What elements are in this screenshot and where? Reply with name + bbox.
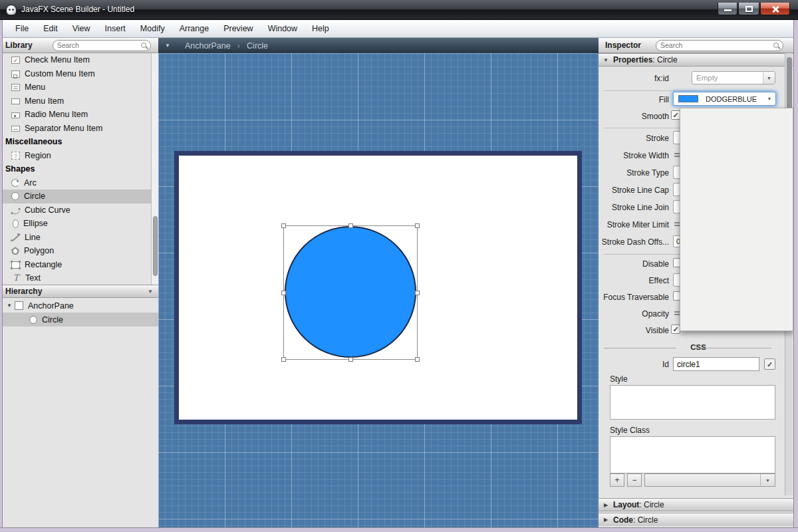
custom-menu-item-icon xyxy=(11,70,20,78)
library-item-cubic-curve[interactable]: Cubic Curve xyxy=(0,203,151,217)
menu-bar: File Edit View Insert Modify Arrange Pre… xyxy=(0,20,798,38)
library-item-menu[interactable]: Menu xyxy=(0,80,151,94)
chevron-down-icon[interactable]: ▼ xyxy=(763,92,775,105)
window-border-bottom xyxy=(0,527,798,532)
fxid-combo[interactable]: Empty ▼ xyxy=(692,71,775,84)
hierarchy-dropdown-icon[interactable]: ▼ xyxy=(148,289,158,295)
breadcrumb-circle[interactable]: Circle xyxy=(240,41,275,51)
minimize-button[interactable] xyxy=(718,3,737,15)
library-section-shapes: Shapes xyxy=(0,162,151,176)
library-item-polygon[interactable]: Polygon xyxy=(0,244,151,258)
maximize-icon xyxy=(745,6,753,12)
library-search-input[interactable] xyxy=(57,41,141,49)
menu-view[interactable]: View xyxy=(65,20,98,37)
hierarchy-title: Hierarchy xyxy=(0,287,148,296)
library-scrollbar-thumb[interactable] xyxy=(153,216,158,276)
library-item-circle[interactable]: Circle xyxy=(0,190,151,203)
add-style-class-button[interactable]: + xyxy=(610,473,624,487)
expand-icon[interactable]: ▶ xyxy=(598,502,613,508)
search-icon xyxy=(141,43,146,48)
hierarchy-item-anchorpane[interactable]: ▼ AnchorPane xyxy=(0,299,158,313)
style-class-combo[interactable]: ▼ xyxy=(644,473,775,487)
tree-expand-icon[interactable]: ▼ xyxy=(4,303,15,309)
chevron-down-icon[interactable]: ▼ xyxy=(763,72,775,84)
selection-box[interactable] xyxy=(283,225,418,360)
properties-section-header[interactable]: ▼ Properties : Circle xyxy=(598,53,798,66)
library-search[interactable] xyxy=(53,40,151,51)
library-item-custom-menu-item[interactable]: Custom Menu Item xyxy=(0,67,151,81)
resize-handle-n[interactable] xyxy=(348,223,353,228)
anchorpane-artboard[interactable] xyxy=(174,151,582,424)
style-class-list[interactable] xyxy=(610,436,775,473)
window-title: JavaFX Scene Builder - Untitled xyxy=(21,5,134,14)
library-item-menu-item[interactable]: Menu Item xyxy=(0,94,151,108)
library-item-rectangle[interactable]: Rectangle xyxy=(0,258,151,272)
library-item-region[interactable]: ?Region xyxy=(0,149,151,163)
hierarchy-header: Hierarchy ▼ xyxy=(0,285,158,298)
focus-traversable-label: Focus Traversable xyxy=(598,293,669,302)
css-id-checkbox[interactable]: ✓ xyxy=(764,358,775,370)
collapse-icon[interactable]: ▼ xyxy=(598,57,613,63)
menu-icon xyxy=(11,84,20,91)
inspector-search[interactable] xyxy=(656,40,783,51)
maximize-button[interactable] xyxy=(738,3,759,15)
left-panel: ✓Check Menu Item Custom Menu Item Menu M… xyxy=(0,53,158,532)
breadcrumb-dropdown-icon[interactable]: ▼ xyxy=(158,43,178,49)
library-scrollbar[interactable] xyxy=(151,53,158,285)
stroke-miter-limit-label: Stroke Miter Limit xyxy=(598,220,669,229)
chevron-down-icon[interactable]: ▼ xyxy=(760,474,775,486)
resize-handle-e[interactable] xyxy=(415,291,420,295)
library-item-arc[interactable]: Arc xyxy=(0,176,151,190)
circle-icon xyxy=(29,316,37,324)
title-bar[interactable]: JavaFX Scene Builder - Untitled xyxy=(0,0,798,20)
library-item-ellipse[interactable]: Ellipse xyxy=(0,217,151,231)
breadcrumb-anchorpane[interactable]: AnchorPane xyxy=(178,41,237,51)
library-item-text[interactable]: TText xyxy=(0,271,151,285)
resize-handle-s[interactable] xyxy=(348,357,353,362)
library-item-radio-menu-item[interactable]: Radio Menu Item xyxy=(0,108,151,122)
separator-menu-item-icon xyxy=(11,126,20,132)
resize-handle-w[interactable] xyxy=(281,291,286,295)
resize-handle-ne[interactable] xyxy=(415,223,420,228)
fill-combo[interactable]: DODGERBLUE ▼ xyxy=(673,92,776,106)
close-button[interactable] xyxy=(760,3,790,15)
remove-style-class-button[interactable]: − xyxy=(627,473,642,487)
resize-handle-se[interactable] xyxy=(415,357,420,362)
expand-icon[interactable]: ▶ xyxy=(598,517,613,523)
resize-handle-nw[interactable] xyxy=(281,223,286,228)
css-id-label: Id xyxy=(598,360,669,369)
disable-label: Disable xyxy=(598,259,669,269)
menu-window[interactable]: Window xyxy=(261,20,305,37)
css-id-input[interactable] xyxy=(673,357,759,371)
radio-menu-item-icon xyxy=(11,112,20,118)
cubic-curve-icon xyxy=(11,207,21,215)
library-list: ✓Check Menu Item Custom Menu Item Menu M… xyxy=(0,53,151,285)
menu-insert[interactable]: Insert xyxy=(98,20,133,37)
circle-icon xyxy=(11,192,19,200)
layout-section-header[interactable]: ▶ Layout : Circle xyxy=(598,498,798,511)
menu-file[interactable]: File xyxy=(8,20,36,37)
fill-dropdown-panel[interactable] xyxy=(680,108,793,331)
visible-checkbox[interactable]: ✓ xyxy=(671,325,680,334)
menu-preview[interactable]: Preview xyxy=(216,20,260,37)
menu-modify[interactable]: Modify xyxy=(133,20,172,37)
effect-label: Effect xyxy=(598,276,669,285)
library-item-check-menu-item[interactable]: ✓Check Menu Item xyxy=(0,53,151,67)
close-icon xyxy=(771,5,779,13)
code-section-header[interactable]: ▶ Code : Circle xyxy=(598,513,798,526)
css-section-header: CSS xyxy=(598,343,798,351)
design-canvas[interactable] xyxy=(158,53,598,532)
library-item-line[interactable]: Line xyxy=(0,231,151,245)
menu-edit[interactable]: Edit xyxy=(36,20,65,37)
check-menu-item-icon: ✓ xyxy=(11,57,20,64)
style-textarea[interactable] xyxy=(610,385,775,420)
menu-arrange[interactable]: Arrange xyxy=(172,20,216,37)
hierarchy-item-circle[interactable]: Circle xyxy=(0,313,158,327)
stroke-line-join-label: Stroke Line Join xyxy=(598,203,669,212)
menu-help[interactable]: Help xyxy=(305,20,336,37)
resize-handle-sw[interactable] xyxy=(281,357,286,362)
library-header: Library xyxy=(0,38,158,53)
inspector-search-input[interactable] xyxy=(660,41,773,49)
smooth-checkbox[interactable]: ✓ xyxy=(671,110,680,120)
library-item-separator-menu-item[interactable]: Separator Menu Item xyxy=(0,122,151,136)
